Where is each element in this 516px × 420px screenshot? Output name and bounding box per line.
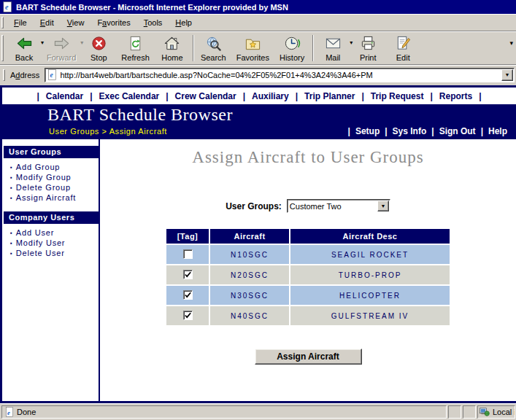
home-button[interactable]: Home: [155, 33, 190, 63]
header-link-sys-info[interactable]: Sys Info: [393, 126, 427, 136]
tag-cell: [166, 286, 209, 305]
sidebar-item-add-group[interactable]: ▪Add Group: [2, 162, 99, 172]
table-header-row: [Tag]AircraftAircraft Desc: [166, 229, 450, 244]
search-button[interactable]: Search: [196, 33, 232, 63]
sidebar-item-label: Modify User: [16, 238, 65, 247]
header-link-setup[interactable]: Setup: [355, 126, 380, 136]
aircraft-desc-cell: SEAGIL ROCKET: [290, 245, 450, 264]
separator: |: [479, 91, 481, 101]
user-groups-selected-value: Customer Two: [288, 202, 377, 211]
menu-help[interactable]: Help: [169, 16, 199, 29]
top-nav: |Calendar|Exec Calendar|Crew Calendar|Au…: [2, 88, 516, 104]
nav-link-trip-planner[interactable]: Trip Planner: [304, 91, 355, 101]
separator: |: [296, 91, 298, 101]
tag-checkbox[interactable]: [183, 290, 193, 300]
menu-file[interactable]: File: [7, 16, 34, 29]
stop-button[interactable]: Stop: [82, 33, 117, 63]
menu-view[interactable]: View: [61, 16, 91, 29]
aircraft-desc-cell: TURBO-PROP: [290, 265, 450, 284]
toolbar-overflow-chevron-icon[interactable]: ▾: [509, 39, 516, 57]
stop-label: Stop: [91, 53, 107, 62]
square-bullet-icon: ▪: [10, 164, 12, 171]
column-header-tag: [Tag]: [166, 229, 209, 244]
sidebar-item-modify-group[interactable]: ▪Modify Group: [2, 172, 99, 182]
address-url[interactable]: http://bart4web/bart/bartschedule.asp?No…: [60, 71, 498, 79]
edit-icon: [395, 35, 412, 52]
tag-checkbox[interactable]: [183, 311, 193, 320]
header-link-help[interactable]: Help: [488, 126, 507, 136]
tag-cell: [166, 245, 209, 264]
sidebar-item-label: Add User: [16, 228, 54, 237]
security-zone-pane: Local intranet: [477, 405, 515, 419]
ie-logo-icon: e: [2, 1, 13, 12]
address-bar-grip[interactable]: [3, 69, 5, 81]
header-links: |Setup|Sys Info|Sign Out|Help: [348, 126, 512, 136]
mail-button[interactable]: ▾Mail: [316, 33, 351, 63]
sidebar-item-delete-user[interactable]: ▪Delete User: [2, 248, 99, 258]
edit-button[interactable]: Edit: [386, 33, 421, 63]
page-title: Assign Aircraft to User Groups: [100, 148, 516, 167]
nav-link-auxiliary[interactable]: Auxiliary: [252, 91, 289, 101]
history-button[interactable]: History: [275, 33, 310, 63]
nav-link-exec-calendar[interactable]: Exec Calendar: [99, 91, 160, 101]
menu-bar-grip[interactable]: [1, 17, 4, 28]
menu-edit[interactable]: Edit: [34, 16, 61, 29]
home-icon: [163, 35, 180, 52]
square-bullet-icon: ▪: [10, 184, 12, 191]
sidebar-item-label: Add Group: [16, 163, 60, 171]
stop-icon: [91, 35, 107, 52]
user-groups-select[interactable]: Customer Two ▼: [287, 199, 390, 213]
print-icon: [360, 35, 377, 52]
back-button[interactable]: ▾Back: [7, 33, 42, 63]
sidebar-item-modify-user[interactable]: ▪Modify User: [2, 238, 99, 248]
table-row: N10SGCSEAGIL ROCKET: [166, 245, 450, 264]
ie-document-icon: e: [5, 407, 14, 417]
forward-button[interactable]: ▾Forward: [42, 33, 82, 63]
square-bullet-icon: ▪: [10, 174, 12, 181]
main-area: Assign Aircraft to User Groups User Grou…: [100, 139, 516, 401]
tag-checkbox[interactable]: [183, 270, 193, 279]
history-label: History: [280, 53, 304, 62]
square-bullet-icon: ▪: [10, 240, 12, 246]
header-link-sign-out[interactable]: Sign Out: [439, 126, 476, 136]
refresh-button[interactable]: Refresh: [117, 33, 155, 63]
nav-link-calendar[interactable]: Calendar: [46, 91, 83, 101]
nav-link-reports[interactable]: Reports: [439, 91, 472, 101]
separator: |: [243, 91, 245, 101]
separator: |: [166, 91, 168, 101]
address-dropdown-button[interactable]: ▼: [501, 69, 513, 81]
separator: |: [90, 91, 92, 101]
edit-label: Edit: [396, 53, 410, 62]
address-input[interactable]: e http://bart4web/bart/bartschedule.asp?…: [45, 68, 515, 82]
sidebar-gap: [2, 203, 99, 211]
toolbar-separator: [193, 35, 194, 61]
aircraft-table: [Tag]AircraftAircraft Desc N10SGCSEAGIL …: [165, 228, 451, 327]
sidebar-item-delete-group[interactable]: ▪Delete Group: [2, 182, 99, 192]
favorites-icon: [244, 35, 261, 52]
menu-favorites[interactable]: Favorites: [91, 16, 136, 29]
favorites-button[interactable]: Favorites: [232, 33, 275, 63]
nav-link-crew-calendar[interactable]: Crew Calendar: [175, 91, 236, 101]
nav-link-trip-request[interactable]: Trip Request: [371, 91, 424, 101]
aircraft-cell: N40SGC: [210, 306, 289, 325]
mail-icon: [325, 35, 342, 52]
sidebar-item-add-user[interactable]: ▪Add User: [2, 228, 99, 238]
assign-aircraft-button[interactable]: Assign Aircraft: [255, 349, 362, 365]
history-icon: [284, 35, 301, 52]
breadcrumb: User Groups > Assign Aircraft: [49, 127, 167, 136]
print-button[interactable]: Print: [351, 33, 386, 63]
toolbar: ▾Back▾ForwardStopRefreshHomeSearchFavori…: [0, 32, 516, 64]
sidebar-item-assign-aircraft[interactable]: ▪Assign Aircraft: [2, 192, 99, 203]
tag-checkbox[interactable]: [183, 249, 193, 259]
separator: |: [481, 126, 483, 136]
refresh-label: Refresh: [121, 53, 150, 62]
sidebar-section-company-users: Company Users: [4, 211, 99, 224]
menu-tools[interactable]: Tools: [137, 16, 169, 29]
toolbar-grip[interactable]: [1, 35, 4, 61]
column-header-aircraft: Aircraft: [210, 229, 289, 244]
chevron-down-icon[interactable]: ▼: [377, 201, 389, 211]
user-groups-label: User Groups:: [226, 201, 282, 211]
home-label: Home: [161, 53, 182, 62]
back-icon: [16, 35, 33, 52]
sidebar: User Groups▪Add Group▪Modify Group▪Delet…: [2, 139, 100, 401]
